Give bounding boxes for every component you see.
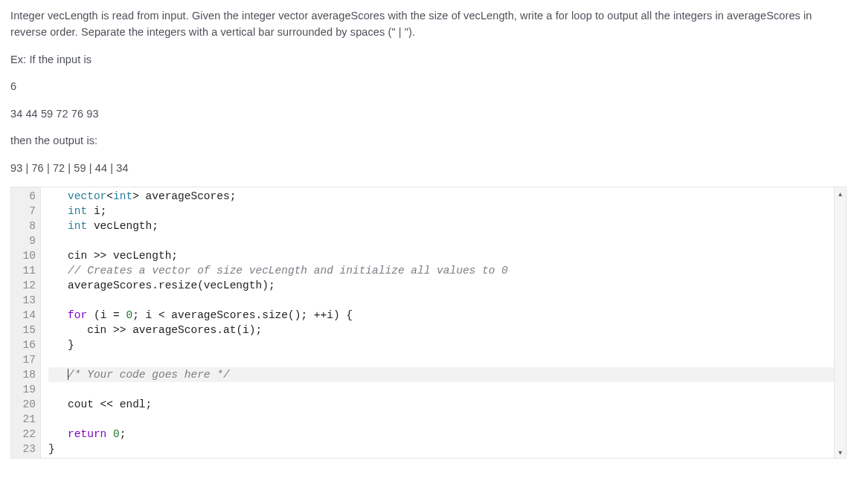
example-output: 93 | 76 | 72 | 59 | 44 | 34	[10, 160, 847, 176]
code-line[interactable]: // Creates a vector of size vecLength an…	[48, 263, 841, 278]
code-line[interactable]: for (i = 0; i < averageScores.size(); ++…	[48, 308, 841, 323]
line-number: 21	[19, 412, 36, 427]
code-line[interactable]	[48, 352, 841, 367]
problem-paragraph: Integer vecLength is read from input. Gi…	[10, 7, 847, 41]
editor-scrollbar[interactable]: ▴ ▾	[834, 187, 846, 458]
code-line[interactable]: }	[48, 442, 841, 456]
code-area[interactable]: vector<int> averageScores; int i; int ve…	[41, 187, 846, 458]
scroll-up-button[interactable]: ▴	[835, 187, 846, 199]
line-number: 9	[19, 233, 36, 248]
then-label: then the output is:	[10, 132, 847, 149]
arrow-down-icon: ▾	[838, 447, 842, 459]
line-number: 15	[19, 323, 36, 337]
line-number: 14	[19, 308, 36, 323]
code-line[interactable]: int vecLength;	[48, 219, 841, 233]
code-line[interactable]: vector<int> averageScores;	[48, 189, 841, 204]
code-line[interactable]	[48, 382, 841, 397]
arrow-up-icon: ▴	[838, 188, 842, 200]
line-number: 20	[19, 397, 36, 412]
code-line[interactable]	[48, 293, 841, 308]
line-number: 11	[19, 263, 36, 278]
code-line[interactable]	[48, 412, 841, 427]
code-line[interactable]: return 0;	[48, 427, 841, 442]
line-number-gutter: 67891011121314151617181920212223	[11, 187, 41, 458]
scroll-down-button[interactable]: ▾	[835, 446, 846, 458]
code-line[interactable]: }	[48, 337, 841, 352]
line-number: 17	[19, 352, 36, 367]
line-number: 12	[19, 278, 36, 293]
line-number: 18	[19, 367, 36, 382]
example-input-line-2: 34 44 59 72 76 93	[10, 106, 847, 122]
line-number: 16	[19, 337, 36, 352]
code-line[interactable]: /* Your code goes here */	[48, 367, 841, 382]
line-number: 19	[19, 382, 36, 397]
line-number: 23	[19, 442, 36, 456]
example-label: Ex: If the input is	[10, 51, 847, 68]
code-line[interactable]	[48, 233, 841, 248]
code-line[interactable]: int i;	[48, 204, 841, 219]
line-number: 22	[19, 427, 36, 442]
code-line[interactable]: cout << endl;	[48, 397, 841, 412]
scroll-track[interactable]	[835, 199, 846, 446]
line-number: 13	[19, 293, 36, 308]
example-input-line-1: 6	[10, 78, 847, 94]
line-number: 7	[19, 204, 36, 219]
code-line[interactable]: cin >> averageScores.at(i);	[48, 323, 841, 337]
code-editor[interactable]: 67891011121314151617181920212223 vector<…	[10, 187, 847, 459]
problem-statement: Integer vecLength is read from input. Gi…	[10, 7, 847, 176]
line-number: 10	[19, 248, 36, 263]
line-number: 8	[19, 219, 36, 233]
code-line[interactable]: averageScores.resize(vecLength);	[48, 278, 841, 293]
code-line[interactable]: cin >> vecLength;	[48, 248, 841, 263]
line-number: 6	[19, 189, 36, 204]
